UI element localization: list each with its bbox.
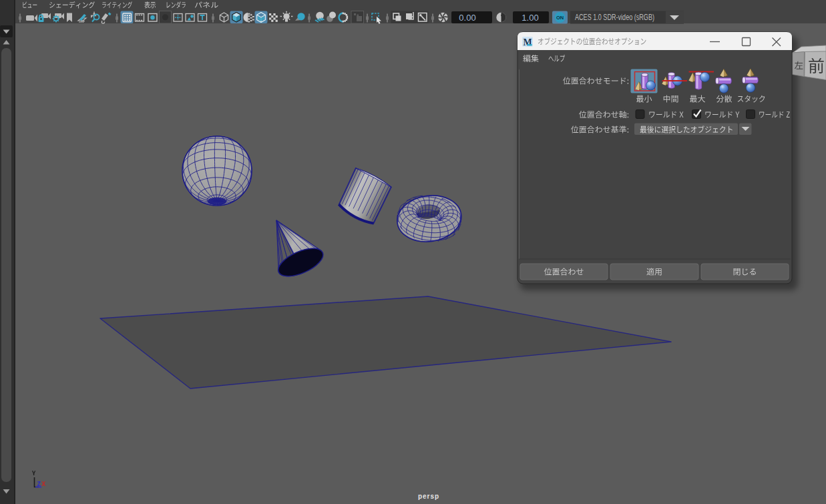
svg-text:persp: persp (418, 493, 439, 500)
svg-text:1.00: 1.00 (522, 13, 538, 23)
svg-text:0.00: 0.00 (459, 13, 475, 23)
svg-text:ON: ON (556, 15, 564, 21)
svg-text:ACES 1.0 SDR-video (sRGB): ACES 1.0 SDR-video (sRGB) (575, 13, 654, 22)
